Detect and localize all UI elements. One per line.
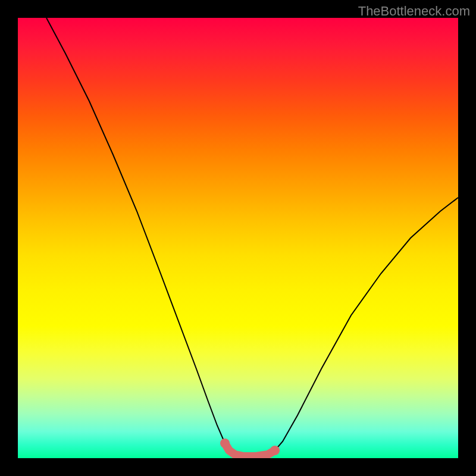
watermark-text: TheBottleneck.com [358,4,470,19]
bottom-highlight-path [225,443,275,456]
main-curve-path [46,18,458,456]
chart-stage: TheBottleneck.com [0,0,476,476]
plot-area [18,18,458,458]
highlight-start-dot [220,439,230,448]
curve-svg [18,18,458,458]
highlight-end-dot [270,446,280,455]
